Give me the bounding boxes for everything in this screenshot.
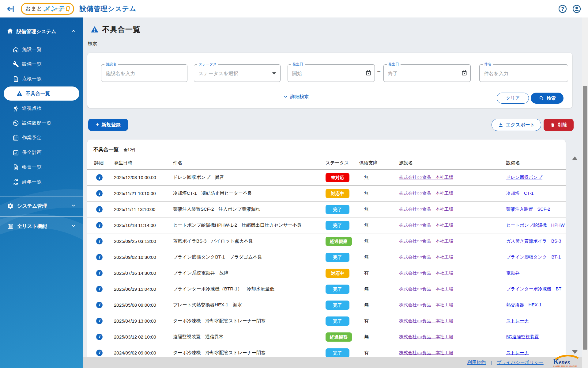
- table-row: i2025/04/19 13:00:00ターボ冷凍機 冷却水配管ストレーナー閉塞…: [87, 313, 566, 329]
- row-subject: 蒸気ボイラBS-3 パイロット点火不良: [173, 238, 326, 244]
- facility-link[interactable]: 株式会社○○食品 本社工場: [399, 175, 453, 180]
- calendar-picker-icon[interactable]: [365, 70, 372, 76]
- info-icon[interactable]: i: [96, 302, 103, 308]
- back-icon[interactable]: [6, 4, 16, 14]
- terms-link[interactable]: 利用規約: [467, 360, 486, 366]
- table-count-badge: 全12件: [124, 147, 136, 153]
- sidebar-item-reports[interactable]: 帳票一覧: [0, 160, 83, 174]
- sidebar-item-label: 設備履歴一覧: [22, 120, 51, 126]
- equipment-link[interactable]: 冷却塔 CT-1: [506, 191, 533, 196]
- sidebar-item-patrol[interactable]: 巡視点検: [0, 101, 83, 116]
- sidebar-item-defects[interactable]: 不具合一覧: [4, 86, 79, 101]
- sidebar-section-all-lists[interactable]: 全リスト機能: [0, 219, 83, 233]
- supply-impact-value: 無: [359, 334, 369, 340]
- equipment-link[interactable]: 熱交換器 HEX-1: [506, 302, 541, 307]
- info-icon[interactable]: i: [96, 174, 103, 181]
- facility-link[interactable]: 株式会社○○食品 本社工場: [399, 334, 453, 339]
- sidebar-item-maintenance-plan[interactable]: 保全計画: [0, 145, 83, 160]
- info-icon[interactable]: i: [96, 206, 103, 213]
- search-button[interactable]: 検索: [531, 93, 564, 104]
- chevron-down-icon[interactable]: [71, 203, 76, 209]
- facility-link[interactable]: 株式会社○○食品 本社工場: [399, 255, 453, 259]
- sidebar-item-aging[interactable]: 経年一覧: [0, 174, 83, 189]
- equipment-link[interactable]: ストレーナ: [506, 318, 529, 323]
- facility-name-input[interactable]: [105, 65, 177, 82]
- status-input[interactable]: [198, 65, 270, 82]
- info-icon[interactable]: i: [96, 254, 103, 260]
- status-badge: 完了: [326, 253, 349, 262]
- chevron-up-icon[interactable]: [71, 28, 76, 35]
- sidebar-item-equipment[interactable]: 設備一覧: [0, 57, 83, 71]
- scrollbar-thumb[interactable]: [583, 86, 587, 350]
- facility-link[interactable]: 株式会社○○食品 本社工場: [399, 286, 453, 291]
- sidebar-item-label: 設備一覧: [22, 61, 42, 67]
- facility-link[interactable]: 株式会社○○食品 本社工場: [399, 270, 453, 275]
- row-subject: ドレン回収ポンプ 異音: [173, 174, 326, 180]
- delete-button[interactable]: 削除: [544, 119, 574, 131]
- facility-link[interactable]: 株式会社○○食品 本社工場: [399, 318, 453, 323]
- sidebar-item-equipment-history[interactable]: 設備履歴一覧: [0, 116, 83, 130]
- start-date-input[interactable]: [292, 65, 365, 82]
- sidebar-item-work-schedule[interactable]: 作業予定: [0, 130, 83, 145]
- dropdown-caret-icon[interactable]: [272, 72, 276, 75]
- supply-impact-value: 無: [359, 286, 369, 292]
- equipment-link[interactable]: 薬液注入装置 SCF-2: [506, 207, 550, 212]
- sidebar-root-item[interactable]: 設備管理システム: [0, 25, 83, 38]
- supply-impact-value: 無: [359, 302, 369, 308]
- equipment-link[interactable]: ガス焚き貫流ボイラ BS-3: [506, 239, 561, 243]
- app-root: おまと メンテ 設備管理システム ? 設備管理システム 施設一覧設備一覧点: [0, 0, 588, 368]
- info-icon[interactable]: i: [96, 286, 103, 292]
- status-badge: 完了: [326, 221, 349, 230]
- search-field-end-date: 発生日: [383, 64, 471, 82]
- user-icon[interactable]: [572, 4, 581, 13]
- table-row: i2025/11/21 10:10:00冷却塔CT-1 凍結防止用ヒーター不良対…: [87, 185, 566, 201]
- clear-button[interactable]: クリア: [497, 93, 529, 104]
- equipment-link[interactable]: ドレン回収ポンプ: [506, 175, 542, 180]
- equipment-link[interactable]: ヒートポンプ給湯機 HPHW: [506, 223, 565, 228]
- facility-link[interactable]: 株式会社○○食品 本社工場: [399, 239, 453, 243]
- equipment-link[interactable]: 電動弁: [506, 270, 520, 275]
- sidebar-item-inspections[interactable]: 点検一覧: [0, 71, 83, 86]
- new-registration-button[interactable]: + 新規登録: [88, 119, 128, 131]
- table-row: i2025/11/11 13:10:00薬液注入装置SCF-2 注入ポンプ薬液漏…: [87, 201, 566, 217]
- sidebar-section-system-admin[interactable]: システム管理: [0, 199, 83, 213]
- equipment-link[interactable]: ブラインターボ冷凍機 BT: [506, 286, 561, 291]
- table-row: i2025/07/16 14:30:00ブライン系統電動弁 故障対応中有株式会社…: [87, 265, 566, 281]
- facility-link[interactable]: 株式会社○○食品 本社工場: [399, 223, 453, 228]
- privacy-link[interactable]: プライバシーポリシー: [497, 360, 544, 366]
- end-date-input[interactable]: [387, 65, 461, 82]
- advanced-search-link[interactable]: 詳細検索: [283, 94, 309, 100]
- info-icon[interactable]: i: [96, 334, 103, 340]
- info-icon[interactable]: i: [96, 350, 103, 356]
- sidebar-item-facilities[interactable]: 施設一覧: [0, 42, 83, 57]
- supply-impact-value: 無: [359, 190, 369, 196]
- status-badge: 対応中: [326, 269, 349, 278]
- date-range-separator: ~: [374, 68, 383, 75]
- status-badge: 完了: [326, 316, 349, 326]
- scroll-up-arrow-icon[interactable]: [572, 156, 578, 160]
- sidebar-divider: [0, 197, 83, 197]
- info-icon[interactable]: i: [96, 270, 103, 276]
- supply-impact-value: 無: [359, 222, 369, 228]
- facility-link[interactable]: 株式会社○○食品 本社工場: [399, 207, 453, 212]
- info-icon[interactable]: i: [96, 222, 103, 228]
- chevron-down-icon[interactable]: [71, 223, 76, 230]
- export-button[interactable]: エクスポート: [492, 119, 541, 131]
- facility-link[interactable]: 株式会社○○食品 本社工場: [399, 350, 453, 355]
- info-icon[interactable]: i: [96, 318, 103, 324]
- info-icon[interactable]: i: [96, 190, 103, 197]
- info-icon[interactable]: i: [96, 238, 103, 244]
- equipment-link[interactable]: ブライン膨張タンク BT-1: [506, 255, 561, 259]
- help-icon[interactable]: ?: [558, 4, 567, 13]
- equipment-link[interactable]: ストレーナ: [506, 350, 529, 355]
- facility-link[interactable]: 株式会社○○食品 本社工場: [399, 191, 453, 196]
- sidebar-divider: [0, 217, 83, 217]
- subject-input[interactable]: [483, 65, 558, 82]
- scroll-down-arrow-icon[interactable]: [572, 350, 578, 354]
- plus-icon: +: [96, 121, 99, 128]
- calendar-picker-icon[interactable]: [461, 70, 468, 76]
- facility-link[interactable]: 株式会社○○食品 本社工場: [399, 302, 453, 307]
- equipment-link[interactable]: 5G遠隔監視装置: [506, 334, 539, 339]
- vertical-scrollbar[interactable]: [582, 17, 588, 368]
- sidebar-section-label: 全リスト機能: [17, 223, 47, 230]
